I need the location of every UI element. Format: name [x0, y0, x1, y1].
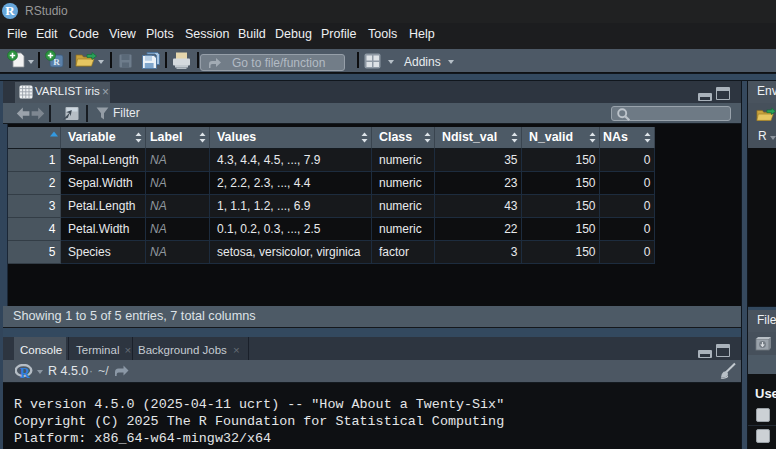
- svg-text:R: R: [20, 366, 31, 380]
